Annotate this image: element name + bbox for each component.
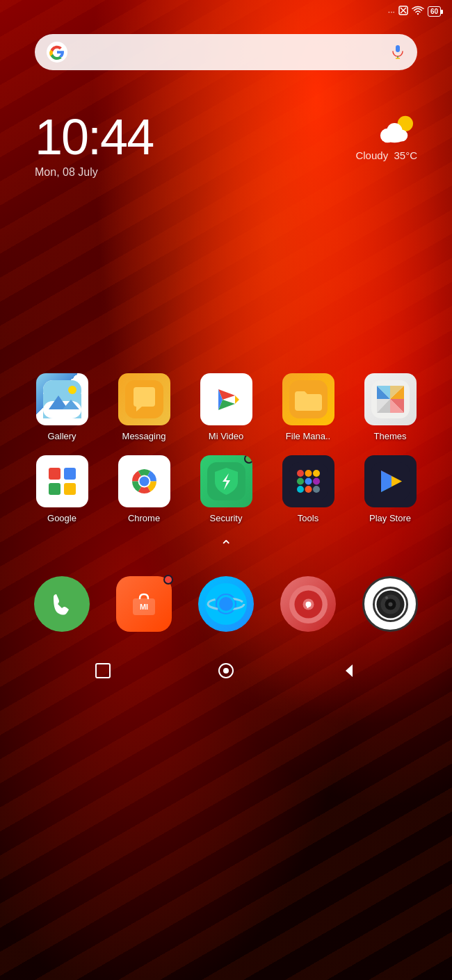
weather-section: Cloudy 35°C — [355, 112, 417, 161]
svg-rect-38 — [49, 468, 60, 480]
svg-rect-21 — [207, 380, 245, 418]
recent-apps-icon — [94, 662, 112, 680]
app-chrome[interactable]: Chrome — [109, 455, 179, 523]
svg-point-52 — [297, 478, 304, 485]
wifi-icon — [412, 6, 424, 17]
clock-section: 10:44 Mon, 08 July — [35, 112, 153, 179]
menu-dots-icon: ··· — [388, 7, 395, 17]
security-icon — [200, 455, 252, 507]
app-tools[interactable]: Tools — [273, 455, 343, 523]
app-messaging[interactable]: Messaging — [109, 373, 179, 441]
playstore-icon — [364, 455, 417, 507]
app-security[interactable]: Security — [191, 455, 261, 523]
gallery-label: Gallery — [47, 431, 76, 441]
app-drawer-arrow[interactable]: ⌃ — [0, 537, 452, 555]
svg-text:♪: ♪ — [305, 598, 311, 610]
up-arrow-icon: ⌃ — [220, 537, 232, 555]
mi-icon: MI — [129, 589, 159, 619]
tools-icon — [282, 455, 334, 507]
google-icon — [36, 455, 88, 507]
weather-icon — [376, 112, 417, 147]
playstore-label: Play Store — [369, 513, 411, 523]
clock-date: Mon, 08 July — [35, 166, 153, 179]
mivideo-label: Mi Video — [209, 431, 243, 441]
app-mivideo[interactable]: Mi Video — [191, 373, 261, 441]
recent-apps-button[interactable] — [92, 660, 114, 682]
scout-icon — [205, 583, 247, 625]
music-icon: ♪ — [289, 585, 328, 623]
home-icon — [217, 662, 235, 680]
mivideo-icon — [200, 373, 252, 425]
status-bar: ··· 60 — [0, 0, 452, 20]
svg-point-51 — [313, 470, 320, 477]
nav-bar — [0, 649, 452, 692]
camera-icon — [371, 585, 410, 623]
svg-point-12 — [387, 123, 402, 138]
svg-marker-85 — [346, 664, 353, 677]
dock: MI ♪ — [0, 566, 452, 642]
svg-point-56 — [305, 486, 312, 493]
messaging-icon — [118, 373, 170, 425]
dock-phone[interactable] — [34, 576, 90, 632]
close-icon — [398, 6, 408, 17]
google-logo-icon — [46, 41, 68, 63]
app-gallery[interactable]: Gallery — [27, 373, 97, 441]
svg-rect-5 — [396, 45, 400, 52]
clock-time: 10:44 — [35, 112, 153, 162]
themes-icon — [364, 373, 417, 425]
status-icons: ··· 60 — [388, 6, 441, 17]
svg-point-80 — [388, 602, 392, 606]
svg-point-57 — [313, 486, 320, 493]
filemanager-label: File Mana.. — [286, 431, 330, 441]
search-bar-container — [0, 27, 452, 77]
app-row-1: Gallery Messaging — [21, 373, 431, 441]
security-label: Security — [210, 513, 243, 523]
dock-camera[interactable] — [362, 576, 418, 632]
app-grid-area: Gallery Messaging — [0, 373, 452, 523]
svg-text:MI: MI — [140, 603, 148, 611]
back-icon — [340, 662, 358, 680]
phone-icon — [48, 590, 76, 618]
mi-notification-dot — [163, 575, 173, 585]
app-filemanager[interactable]: File Mana.. — [273, 373, 343, 441]
tools-label: Tools — [298, 513, 318, 523]
app-playstore[interactable]: Play Store — [355, 455, 425, 523]
themes-label: Themes — [374, 431, 407, 441]
messaging-label: Messaging — [122, 431, 166, 441]
app-row-2: Google — [21, 455, 431, 523]
svg-point-45 — [139, 477, 149, 487]
svg-point-3 — [417, 13, 419, 15]
svg-point-84 — [223, 668, 229, 673]
filemanager-icon — [282, 373, 334, 425]
dock-scout[interactable] — [198, 576, 254, 632]
back-button[interactable] — [338, 660, 360, 682]
chrome-icon — [118, 455, 170, 507]
mic-icon — [389, 44, 406, 60]
svg-rect-41 — [64, 483, 76, 495]
dock-music[interactable]: ♪ — [280, 576, 336, 632]
svg-rect-40 — [49, 483, 60, 495]
search-bar[interactable] — [35, 34, 417, 70]
svg-point-81 — [385, 596, 388, 599]
svg-point-19 — [68, 386, 76, 394]
chrome-label: Chrome — [128, 513, 160, 523]
clock-weather-widget: 10:44 Mon, 08 July Cloudy 35°C — [0, 91, 452, 179]
app-themes[interactable]: Themes — [355, 373, 425, 441]
home-button[interactable] — [215, 660, 237, 682]
weather-description: Cloudy 35°C — [355, 149, 417, 161]
app-google[interactable]: Google — [27, 455, 97, 523]
gallery-icon — [36, 373, 88, 425]
svg-point-55 — [297, 486, 304, 493]
battery-icon: 60 — [428, 6, 441, 17]
svg-rect-37 — [43, 462, 81, 500]
svg-rect-82 — [96, 664, 110, 678]
dock-mi[interactable]: MI — [116, 576, 172, 632]
google-label: Google — [47, 513, 76, 523]
svg-point-50 — [305, 470, 312, 477]
svg-point-54 — [313, 478, 320, 485]
svg-point-49 — [297, 470, 304, 477]
svg-rect-39 — [64, 468, 76, 480]
svg-point-53 — [305, 478, 312, 485]
svg-point-70 — [219, 597, 233, 611]
